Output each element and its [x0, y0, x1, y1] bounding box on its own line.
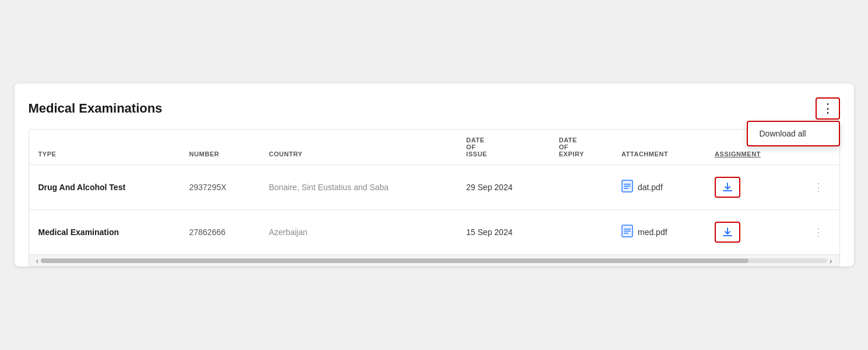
row1-number: 2937295X	[180, 165, 259, 210]
file-icon	[621, 180, 633, 195]
row2-number: 27862666	[180, 210, 259, 255]
download-all-menu-item[interactable]: Download all	[748, 122, 839, 145]
table-row: Drug And Alcohol Test 2937295X Bonaire, …	[29, 165, 839, 210]
svg-rect-3	[624, 188, 628, 189]
row2-download	[705, 210, 797, 255]
row1-more: ⋮	[797, 165, 839, 210]
col-date-issue: DATEOFISSUE	[457, 130, 550, 165]
col-number: NUMBER	[180, 130, 259, 165]
row2-attachment-name: med.pdf	[638, 228, 667, 237]
svg-rect-1	[624, 184, 631, 185]
col-date-expiry: DATEOFEXPIRY	[550, 130, 612, 165]
svg-rect-6	[624, 230, 631, 232]
scrollbar-track[interactable]	[41, 258, 827, 263]
dropdown-menu: Download all	[747, 121, 840, 146]
examinations-table: TYPE NUMBER COUNTRY DATEOFISSUE DATEOFEX…	[29, 130, 839, 254]
row2-more: ⋮	[797, 210, 839, 255]
row1-attachment: dat.pdf	[612, 165, 705, 210]
page-title: Medical Examinations	[29, 101, 163, 116]
row1-type: Drug And Alcohol Test	[29, 165, 180, 210]
row2-attachment: med.pdf	[612, 210, 705, 255]
scrollbar-row: ‹ ›	[29, 254, 839, 266]
table-wrapper: TYPE NUMBER COUNTRY DATEOFISSUE DATEOFEX…	[29, 129, 840, 267]
table-row: Medical Examination 27862666 Azerbaijan …	[29, 210, 839, 255]
col-type: TYPE	[29, 130, 180, 165]
row1-date-expiry	[550, 165, 612, 210]
col-country: COUNTRY	[259, 130, 457, 165]
table-header-row: TYPE NUMBER COUNTRY DATEOFISSUE DATEOFEX…	[29, 130, 839, 165]
row1-download-button[interactable]	[715, 177, 740, 198]
scroll-right-arrow[interactable]: ›	[827, 256, 835, 265]
row2-country: Azerbaijan	[259, 210, 457, 255]
scrollbar-thumb	[41, 258, 748, 263]
svg-rect-7	[624, 233, 628, 234]
more-options-button[interactable]: ⋮	[816, 97, 840, 120]
row2-type: Medical Examination	[29, 210, 180, 255]
row2-date-issue: 15 Sep 2024	[457, 210, 550, 255]
medical-examinations-card: Medical Examinations ⋮ Download all TYPE…	[15, 83, 854, 267]
row1-date-issue: 29 Sep 2024	[457, 165, 550, 210]
card-header: Medical Examinations ⋮ Download all	[29, 97, 840, 120]
row1-country: Bonaire, Sint Eustatius and Saba	[259, 165, 457, 210]
svg-rect-5	[624, 229, 631, 230]
more-button-wrapper: ⋮ Download all	[816, 97, 840, 120]
svg-rect-2	[624, 186, 631, 187]
scroll-left-arrow[interactable]: ‹	[34, 256, 41, 265]
row2-download-button[interactable]	[715, 222, 740, 243]
file-icon	[621, 225, 633, 240]
row1-attachment-name: dat.pdf	[638, 183, 663, 192]
col-attachment: ATTACHMENT	[612, 130, 705, 165]
row2-date-expiry	[550, 210, 612, 255]
row1-download	[705, 165, 797, 210]
